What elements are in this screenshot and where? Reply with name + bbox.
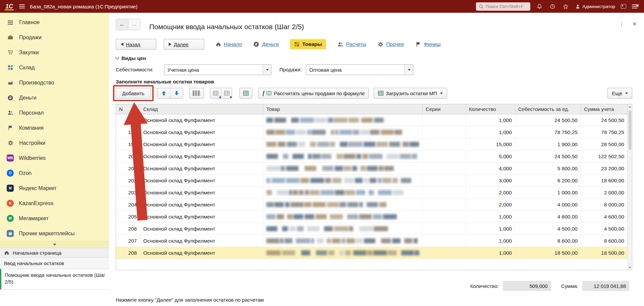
sidebar-item-main[interactable]: Главное (0, 15, 109, 30)
cell-n: 207 (116, 235, 140, 247)
table-row[interactable]: 199Основной склад Фулфилмент15,0001 900,… (116, 138, 632, 150)
sidebar-collapse[interactable] (0, 241, 109, 248)
service-menu-icon[interactable] (632, 3, 638, 9)
scrollbar-thumb[interactable] (629, 110, 631, 150)
sidebar-item-warehouse[interactable]: Склад (0, 60, 109, 75)
unload-to-file-button[interactable] (221, 88, 232, 98)
user-menu[interactable]: Администратор (575, 4, 615, 9)
table-row[interactable]: 205Основной склад Фулфилмент1,0004 600,0… (116, 211, 632, 223)
cell-series (423, 187, 466, 198)
wizard-step-raschety[interactable]: Расчеты (337, 41, 366, 47)
cost-price-combo[interactable]: Учетная цена (164, 64, 271, 75)
table-row[interactable]: 206Основной склад Фулфилмент1,0004 500,0… (116, 223, 632, 235)
more-button[interactable]: Еще (607, 88, 632, 99)
move-buttons-group (157, 88, 183, 99)
sidebar-item-wildberries[interactable]: WBWildberries (0, 150, 109, 166)
forward-button[interactable]: → (128, 19, 140, 30)
column-header-n[interactable]: N (116, 104, 140, 114)
sidebar-item-settings[interactable]: Настройки (0, 135, 109, 150)
fill-from-file-button[interactable] (210, 88, 221, 98)
sidebar-item-sales[interactable]: Продажи (0, 30, 109, 45)
cell-quantity: 1,000 (466, 114, 515, 126)
sidebar-item-production[interactable]: Производство (0, 75, 109, 90)
dalee-button[interactable]: Далее (164, 39, 204, 50)
sidebar-item-staff[interactable]: Персонал (0, 105, 109, 120)
wizard-step-tovary[interactable]: Товары (290, 39, 326, 49)
wizard-step-nachalo[interactable]: Начало (216, 41, 242, 47)
sidebar-item-label: Настройки (19, 140, 45, 146)
column-header-series[interactable]: Серии (423, 104, 466, 114)
sidebar-item-label: Деньги (19, 95, 37, 101)
table-row[interactable]: 203Основной склад Фулфилмент2,0001 000,0… (116, 187, 632, 199)
sidebar-item-megamarket[interactable]: ММегамаркет (0, 211, 109, 226)
wizard-steps: Начало₽ДеньгиТоварыРасчетыПрочееФиниш (216, 39, 441, 49)
cell-series (423, 163, 466, 174)
sidebar-item-yandex-market[interactable]: МЯндекс Маркет (0, 181, 109, 196)
cell-n: 206 (116, 223, 140, 235)
barcode-button[interactable] (189, 88, 204, 99)
table-row[interactable]: 198Основной склад Фулфилмент1,00078 750,… (116, 126, 632, 138)
price-types-section-toggle[interactable]: Виды цен (116, 55, 146, 61)
tab-initial-balances[interactable]: Ввод начальных остатков (0, 257, 109, 269)
sidebar-item-label: Производство (19, 80, 54, 86)
sidebar-item-company[interactable]: Компания (0, 120, 109, 135)
cell-quantity: 1,000 (466, 223, 515, 235)
cell-unit-cost: 24 500,50 (515, 150, 581, 162)
cell-total: 2 000,00 (581, 187, 628, 198)
favorites-star-icon[interactable] (562, 3, 570, 10)
wizard-step-prochee[interactable]: Прочее (378, 41, 404, 47)
column-header-warehouse[interactable]: Склад (140, 104, 263, 114)
sidebar-item-purchases[interactable]: Закупки (0, 45, 109, 60)
sidebar-item-label: Закупки (19, 50, 39, 56)
dalee-label: Далее (174, 42, 189, 47)
calc-prices-button[interactable]: f Рассчитать цены продажи по формуле (258, 88, 369, 99)
cell-quantity: 2,000 (466, 187, 515, 198)
history-icon[interactable] (549, 3, 556, 10)
sidebar-item-other-marketplaces[interactable]: ▤Прочие маркетплейсы (0, 226, 109, 241)
sidebar-item-ozon[interactable]: OOzon (0, 166, 109, 181)
table-row[interactable]: 201Основной склад Фулфилмент4,0005 800,0… (116, 163, 632, 175)
tab-home-page[interactable]: Начальная страница (0, 248, 109, 257)
move-up-button[interactable] (157, 88, 170, 98)
wizard-step-dengi[interactable]: ₽Деньги (253, 41, 279, 47)
add-button[interactable]: Добавить (116, 88, 151, 99)
load-mp-label: Загрузить остатки МП (386, 90, 437, 96)
price-types-label: Виды цен (121, 55, 146, 61)
cell-quantity: 3,000 (466, 175, 515, 186)
sale-price-combo[interactable]: Оптовая цена (306, 64, 413, 75)
chevron-down-icon[interactable] (263, 65, 271, 75)
column-header-unit-cost[interactable]: Себестоимость за ед. (515, 104, 581, 114)
notifications-bell-icon[interactable] (536, 3, 543, 10)
table-row[interactable]: 197Основной склад Фулфилмент1,00024 500,… (116, 114, 632, 126)
scroll-down-icon[interactable] (628, 265, 632, 270)
table-row[interactable]: 207Основной склад Фулфилмент1,0008 600,0… (116, 235, 632, 247)
more-menu-icon[interactable]: ⋮ (619, 21, 625, 28)
table-row[interactable]: 204Основной склад Фулфилмент2,0004 000,0… (116, 199, 632, 211)
move-down-button[interactable] (170, 88, 183, 98)
wizard-step-finish[interactable]: Финиш (416, 41, 441, 47)
table-row[interactable]: 208Основной склад Фулфилмент1,00018 500,… (116, 247, 632, 259)
scroll-up-icon[interactable] (628, 104, 632, 109)
sidebar-item-kazanexpress[interactable]: KKazanExpress (0, 196, 109, 211)
tab-balances-wizard-active[interactable]: Помощник ввода начальных остатков (Шаг 2… (0, 269, 109, 290)
load-mp-button[interactable]: Загрузить остатки МП (374, 88, 447, 99)
profile-card-icon[interactable] (621, 4, 626, 9)
vertical-scrollbar[interactable] (628, 104, 632, 270)
close-icon[interactable]: × (633, 20, 637, 28)
nazad-button[interactable]: Назад (116, 39, 156, 50)
excel-button[interactable] (239, 88, 252, 99)
cell-warehouse: Основной склад Фулфилмент (140, 199, 263, 210)
chevron-down-icon[interactable] (405, 65, 413, 75)
global-search-input[interactable]: Поиск Ctrl+Shift+F (476, 2, 530, 11)
column-header-goods[interactable]: Товар (263, 104, 423, 114)
yandex-market-icon: М (7, 185, 14, 192)
column-header-quantity[interactable]: Количество (466, 104, 515, 114)
people-icon (7, 109, 14, 117)
table-row[interactable]: 202Основной склад Фулфилмент3,0006 200,0… (116, 175, 632, 187)
column-header-total[interactable]: Сумма учета (581, 104, 628, 114)
sidebar-item-money[interactable]: ₽Деньги (0, 90, 109, 105)
main-menu-icon[interactable] (19, 3, 25, 9)
back-button[interactable]: ← (116, 19, 128, 30)
table-row[interactable]: 200Основной склад Фулфилмент5,00024 500,… (116, 150, 632, 163)
cell-unit-cost: 78 750,25 (515, 126, 581, 138)
